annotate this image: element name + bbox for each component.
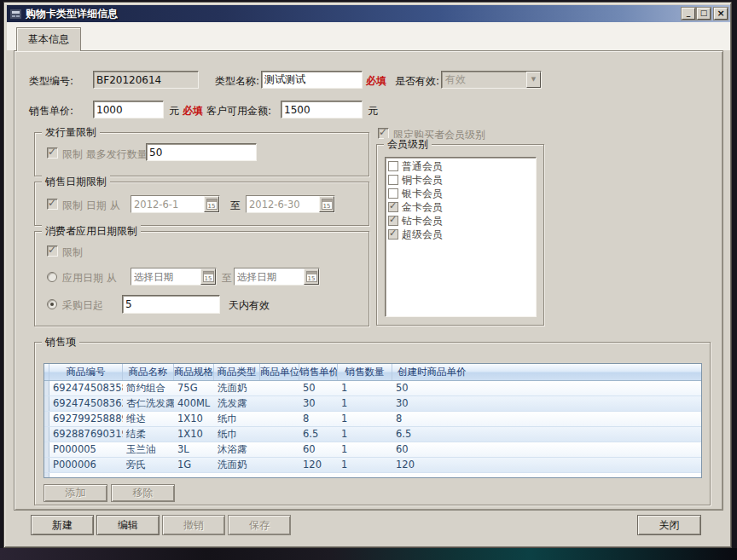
member-level-checkbox[interactable] bbox=[388, 188, 398, 199]
sale-date-to-input[interactable] bbox=[247, 196, 319, 212]
member-level-item[interactable]: 银卡会员 bbox=[386, 187, 535, 200]
member-level-item[interactable]: ✓钻卡会员 bbox=[386, 214, 535, 228]
add-item-button[interactable]: 添加 bbox=[44, 484, 107, 502]
grid-header-cell[interactable]: 商品编号 bbox=[49, 364, 123, 380]
tab-strip-background bbox=[7, 22, 730, 50]
minimize-button[interactable]: _ bbox=[682, 8, 695, 20]
table-cell: P000005 bbox=[49, 442, 123, 457]
table-cell: 洗面奶 bbox=[214, 381, 260, 395]
table-cell: 6924745083620 bbox=[49, 396, 123, 411]
member-level-checkbox[interactable] bbox=[388, 161, 398, 171]
table-cell bbox=[214, 473, 260, 478]
usage-date-to-input[interactable] bbox=[235, 268, 304, 285]
table-cell: 30 bbox=[299, 396, 338, 411]
calendar-button[interactable]: 15 bbox=[319, 196, 334, 212]
table-cell: 洗面奶 bbox=[214, 458, 260, 472]
member-level-checkbox[interactable]: ✓ bbox=[388, 216, 398, 226]
remove-item-button-label: 移除 bbox=[133, 486, 154, 500]
usage-limit-checkbox[interactable]: ✓ bbox=[47, 245, 58, 257]
table-row[interactable]: 6924745083620杏仁洗发露400ML洗发露30130 bbox=[44, 396, 701, 412]
grid-header-cell[interactable]: 销售单价 bbox=[299, 364, 338, 380]
sales-items-grid: 商品编号商品名称商品规格商品类型商品单位销售单价销售数量创建时商品单价 6924… bbox=[44, 363, 702, 478]
table-cell: 简约组合 bbox=[123, 381, 174, 395]
member-level-item[interactable]: ✓超级会员 bbox=[386, 228, 535, 241]
calendar-button[interactable]: 15 bbox=[200, 268, 216, 285]
table-cell bbox=[260, 427, 299, 442]
table-row[interactable]: 6927992588894维达1X10纸巾818 bbox=[44, 412, 701, 427]
table-row[interactable]: 6928876903192结柔1X10纸巾6.516.5 bbox=[44, 427, 701, 442]
close-dialog-button[interactable]: 关闭 bbox=[637, 515, 701, 535]
table-cell bbox=[260, 412, 299, 426]
grid-header-cell[interactable]: 商品类型 bbox=[214, 364, 260, 380]
table-row[interactable]: P000005玉兰油3L沐浴露60160 bbox=[44, 442, 701, 458]
checkmark-icon: ✓ bbox=[48, 197, 56, 209]
member-level-item-label: 铜卡会员 bbox=[402, 173, 443, 188]
usage-date-to-picker[interactable]: 15 bbox=[234, 268, 320, 286]
grid-header-cell[interactable]: 商品名称 bbox=[123, 364, 174, 380]
table-cell: 8 bbox=[299, 412, 338, 426]
grid-header-cell[interactable]: 商品单位 bbox=[260, 364, 299, 380]
table-row[interactable]: 6924745083583简约组合75G洗面奶50150 bbox=[44, 381, 701, 396]
table-cell: 50 bbox=[299, 381, 338, 395]
calendar-button[interactable]: 15 bbox=[204, 196, 219, 212]
new-button[interactable]: 新建 bbox=[31, 515, 94, 535]
minimize-icon: _ bbox=[687, 9, 691, 17]
price-unit-label: 元 bbox=[169, 104, 179, 118]
member-level-checkbox[interactable]: ✓ bbox=[388, 202, 398, 212]
maximize-button[interactable]: □ bbox=[697, 8, 711, 20]
remove-item-button[interactable]: 移除 bbox=[111, 484, 175, 502]
table-cell: 玉兰油 bbox=[123, 442, 174, 457]
tab-page-basic-info: 类型编号: 类型名称: 必填 是否有效: 有效 ▼ 销售单价: 元 必填 客户可… bbox=[14, 50, 723, 511]
member-level-list[interactable]: 普通会员铜卡会员银卡会员✓金卡会员✓钻卡会员✓超级会员 bbox=[385, 157, 537, 317]
member-level-checkbox[interactable] bbox=[388, 175, 398, 185]
undo-button-label: 撤销 bbox=[183, 518, 204, 533]
edit-button[interactable]: 编辑 bbox=[96, 515, 160, 535]
sale-date-from-input[interactable] bbox=[131, 196, 204, 212]
save-button[interactable]: 保存 bbox=[228, 515, 291, 535]
sale-date-from-picker[interactable]: 15 bbox=[131, 195, 220, 213]
issue-limit-group: 发行量限制 ✓ 限制 最多发行数量: bbox=[34, 132, 369, 176]
calendar-icon: 15 bbox=[206, 199, 218, 210]
issue-limit-checkbox[interactable]: ✓ bbox=[47, 147, 58, 159]
price-input[interactable] bbox=[93, 101, 164, 118]
usage-days-input[interactable] bbox=[122, 295, 220, 314]
table-cell: 1X10 bbox=[174, 427, 214, 442]
table-cell: 1 bbox=[338, 396, 392, 411]
checkmark-icon: ✓ bbox=[379, 126, 387, 138]
calendar-button[interactable]: 15 bbox=[304, 268, 319, 285]
credit-input[interactable] bbox=[281, 101, 363, 118]
grid-header-cell[interactable]: 创建时商品单价 bbox=[392, 364, 702, 380]
sale-date-to-picker[interactable]: 15 bbox=[246, 195, 335, 213]
usage-date-limit-group-title: 消费者应用日期限制 bbox=[42, 225, 141, 237]
type-name-input[interactable] bbox=[261, 71, 363, 89]
usage-from-purchase-radio[interactable] bbox=[47, 299, 57, 309]
close-button[interactable]: × bbox=[714, 8, 728, 20]
table-row[interactable]: P000006旁氏1G洗面奶1201120 bbox=[44, 458, 701, 473]
member-level-item[interactable]: 铜卡会员 bbox=[386, 173, 535, 187]
table-cell: 120 bbox=[392, 458, 702, 472]
member-level-item[interactable]: 普通会员 bbox=[386, 159, 535, 173]
sale-date-limit-group-title: 销售日期限制 bbox=[42, 176, 110, 188]
issue-max-input[interactable] bbox=[146, 143, 257, 161]
grid-header-cell[interactable]: 商品规格 bbox=[174, 364, 214, 380]
tab-basic-info[interactable]: 基本信息 bbox=[16, 27, 81, 51]
table-cell: 1 bbox=[338, 442, 392, 457]
usage-date-from-input[interactable] bbox=[131, 268, 200, 285]
grid-header-cell[interactable]: 销售数量 bbox=[338, 364, 392, 380]
member-level-checkbox[interactable]: ✓ bbox=[388, 229, 398, 240]
titlebar[interactable]: 购物卡类型详细信息 _ □ × bbox=[7, 5, 730, 22]
sale-date-to-label: 至 bbox=[230, 199, 241, 213]
usage-by-date-label: 应用日期 从 bbox=[62, 271, 117, 286]
usage-date-from-picker[interactable]: 15 bbox=[131, 268, 217, 286]
type-code-input[interactable] bbox=[93, 71, 199, 89]
table-row[interactable] bbox=[44, 473, 701, 478]
chevron-down-icon[interactable]: ▼ bbox=[526, 72, 541, 88]
member-level-item-label: 普通会员 bbox=[402, 159, 443, 174]
member-level-item[interactable]: ✓金卡会员 bbox=[386, 200, 535, 214]
table-cell: 60 bbox=[299, 442, 338, 457]
usage-by-date-radio[interactable] bbox=[47, 272, 57, 282]
undo-button[interactable]: 撤销 bbox=[162, 515, 225, 535]
sale-date-limit-checkbox[interactable]: ✓ bbox=[47, 199, 58, 210]
table-cell: 6927992588894 bbox=[49, 412, 123, 426]
valid-combobox[interactable]: 有效 ▼ bbox=[441, 71, 542, 89]
